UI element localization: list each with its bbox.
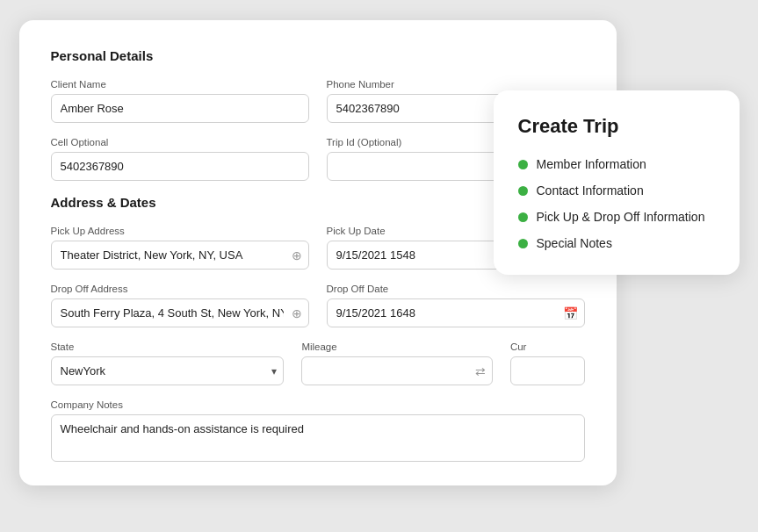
dropoff-date-input[interactable] bbox=[327, 298, 585, 327]
personal-details-title: Personal Details bbox=[51, 48, 585, 63]
dropoff-date-input-wrapper: 📅 bbox=[327, 298, 585, 327]
panel-item-contact: Contact Information bbox=[518, 183, 715, 198]
mileage-input[interactable] bbox=[301, 356, 493, 385]
mileage-label: Mileage bbox=[301, 341, 493, 352]
dot-icon-pickup-dropoff bbox=[518, 212, 528, 222]
dropoff-date-label: Drop Off Date bbox=[327, 284, 585, 294]
panel-item-pickup-dropoff-label: Pick Up & Drop Off Information bbox=[537, 210, 705, 224]
dropoff-address-input[interactable] bbox=[51, 298, 309, 327]
state-select[interactable]: NewYork bbox=[51, 356, 285, 385]
row-dropoff: Drop Off Address ⊕ Drop Off Date 📅 bbox=[51, 284, 585, 327]
panel-item-contact-label: Contact Information bbox=[537, 183, 644, 198]
company-notes-group: Company Notes Wheelchair and hands-on as… bbox=[51, 399, 585, 462]
pickup-address-input[interactable] bbox=[51, 241, 309, 270]
client-name-label: Client Name bbox=[51, 79, 309, 90]
pickup-address-group: Pick Up Address ⊕ bbox=[51, 226, 309, 270]
dot-icon-special-notes bbox=[518, 239, 528, 248]
client-name-input[interactable] bbox=[51, 94, 309, 123]
pickup-address-input-wrapper: ⊕ bbox=[51, 241, 309, 270]
create-trip-panel: Create Trip Member Information Contact I… bbox=[494, 90, 740, 275]
panel-item-special-notes: Special Notes bbox=[518, 236, 715, 250]
panel-title: Create Trip bbox=[518, 115, 715, 138]
cell-optional-group: Cell Optional bbox=[51, 137, 309, 181]
phone-number-label: Phone Number bbox=[327, 79, 585, 90]
cell-optional-input[interactable] bbox=[51, 152, 309, 181]
dropoff-date-group: Drop Off Date 📅 bbox=[327, 284, 585, 327]
state-select-wrapper: NewYork ▾ bbox=[51, 356, 285, 385]
panel-item-special-notes-label: Special Notes bbox=[537, 236, 612, 250]
currency-label: Cur bbox=[510, 341, 585, 352]
panel-item-pickup-dropoff: Pick Up & Drop Off Information bbox=[518, 210, 715, 224]
dropoff-address-input-wrapper: ⊕ bbox=[51, 298, 309, 327]
dot-icon-contact bbox=[518, 186, 528, 196]
currency-input[interactable] bbox=[510, 356, 585, 385]
dropoff-address-label: Drop Off Address bbox=[51, 284, 309, 294]
state-group: State NewYork ▾ bbox=[51, 341, 285, 385]
mileage-input-wrapper: ⇄ bbox=[301, 356, 493, 385]
panel-item-member-label: Member Information bbox=[537, 157, 646, 171]
row-state-mileage: State NewYork ▾ Mileage ⇄ bbox=[51, 341, 585, 385]
mileage-group: Mileage ⇄ bbox=[301, 341, 493, 385]
panel-item-member: Member Information bbox=[518, 157, 715, 171]
currency-group: Cur bbox=[510, 341, 585, 385]
company-notes-input[interactable]: Wheelchair and hands-on assistance is re… bbox=[51, 414, 585, 462]
client-name-group: Client Name bbox=[51, 79, 309, 123]
state-label: State bbox=[51, 341, 285, 352]
pickup-address-label: Pick Up Address bbox=[51, 226, 309, 236]
row-notes: Company Notes Wheelchair and hands-on as… bbox=[51, 399, 585, 462]
dropoff-address-group: Drop Off Address ⊕ bbox=[51, 284, 309, 327]
dot-icon-member bbox=[518, 160, 528, 169]
company-notes-label: Company Notes bbox=[51, 399, 585, 410]
cell-optional-label: Cell Optional bbox=[51, 137, 309, 147]
